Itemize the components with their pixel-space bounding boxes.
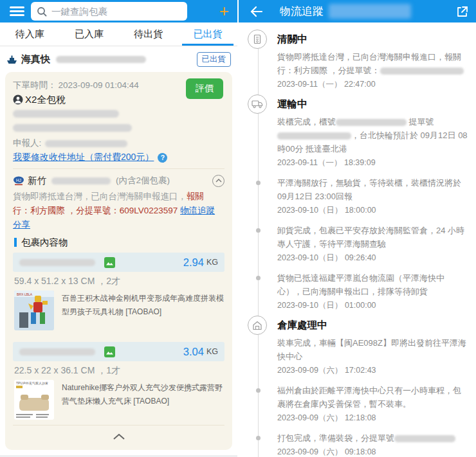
header-bar-icon — [14, 238, 17, 247]
tab-pending-outbound[interactable]: 待出貨 — [119, 22, 178, 46]
redacted-text — [277, 132, 351, 139]
rate-button[interactable]: 評價 — [186, 78, 223, 99]
status-tabs: 待入庫 已入庫 待出貨 已出貨 — [0, 22, 237, 46]
status-badge: 已出貨 — [197, 52, 232, 67]
divider — [13, 168, 224, 169]
svg-text:TPU户外充气双人沙发: TPU户外充气双人沙发 — [16, 381, 48, 386]
status-text-gray: 貨物即將抵達台灣，已向台灣海關申報進口， — [13, 192, 187, 201]
card-wrap: 下單時間：2023-09-09 01:04:44 評價 X2全包稅 申報人: 我… — [0, 72, 237, 457]
change-address-link[interactable]: 我要修改收件地址（需付費200元） — [13, 152, 154, 163]
right-header: 物流追蹤 — [239, 0, 476, 22]
product-title: 百兽王积木战神金刚机甲变形成年高难度拼装模型男孩子玩具礼物 [TAOBAO] — [62, 291, 224, 330]
redacted-text — [380, 67, 464, 75]
tracking-link[interactable]: 物流追蹤 — [180, 206, 215, 215]
order-card: 下單時間：2023-09-09 01:04:44 評價 X2全包稅 申報人: 我… — [5, 72, 232, 450]
customs-icon — [248, 30, 267, 49]
carrier-row[interactable]: 海真快 已出貨 — [0, 46, 237, 72]
redacted-text — [336, 119, 407, 126]
package-list-screen: + 待入庫 已入庫 待出貨 已出貨 海真快 已出貨 下單時間：2023-09-0… — [0, 0, 237, 457]
weight-unit: KG — [206, 258, 218, 267]
package-bar[interactable]: 3.04 KG — [13, 342, 224, 361]
timeline-event: 貨物已抵達福建平潭嵐台物流園（平潭海快中心），已向海關申報出口，排隊等待卸貨20… — [277, 271, 468, 311]
left-header: + — [0, 0, 237, 22]
search-input[interactable] — [51, 6, 181, 17]
tracking-screen: 物流追蹤 清關中貨物即將抵達台灣，已向台灣海關申報進口，報關行：利方國際 ，分提… — [239, 0, 476, 457]
package-weight: 3.04 — [183, 346, 204, 358]
timeline-event: 福州倉由於距離平潭海快中心只有一小時車程，包裹將在倉庫內妥善保管，暫不裝車。20… — [277, 384, 468, 424]
redacted-address-line — [13, 124, 132, 132]
carrier-logo-icon: HJ — [13, 176, 24, 186]
package-dimensions: 59.4 x 51.2 x 13 CM ，2才 — [14, 276, 224, 287]
product-image: BRX·LBLA — [14, 291, 54, 330]
redacted-tracking-number — [19, 348, 95, 355]
contents-header: 包裹內容物 — [14, 237, 224, 248]
timeline-event: 打包完成，準備裝袋，分提單號2023-09-09（六） 09:18:08 — [277, 431, 468, 457]
share-link[interactable]: 分享 — [13, 220, 30, 229]
package-bar[interactable]: 2.94 KG — [13, 253, 224, 272]
menu-icon[interactable] — [10, 6, 24, 16]
timeline-event: 貨物即將抵達台灣，已向台灣海關申報進口，報關行：利方國際 ，分提單號：2023-… — [277, 50, 468, 90]
status-paragraph: 貨物即將抵達台灣，已向台灣海關申報進口，報關行：利方國際 ，分提單號：609LV… — [13, 190, 224, 232]
product-title: Naturehike挪客户外双人充气沙发便携式露营野营气垫床懒人充气床 [TAO… — [62, 380, 224, 420]
redacted-order-number — [56, 56, 146, 63]
station-row: HJ 新竹 (內含2個包裹) — [13, 174, 224, 187]
back-icon[interactable] — [250, 6, 263, 17]
page-title: 物流追蹤 — [280, 4, 324, 19]
event-timestamp: 2023-09-11（一） 22:47:00 — [277, 78, 468, 90]
timeline-dot-icon — [256, 436, 261, 440]
collapse-section-icon[interactable] — [212, 175, 224, 187]
collapse-card-icon[interactable] — [13, 426, 224, 440]
add-package-button[interactable]: + — [219, 3, 229, 19]
tab-pending-inbound[interactable]: 待入庫 — [0, 22, 59, 46]
parcel-count: (內含2個包裹) — [116, 175, 170, 186]
warehouse-icon — [248, 316, 267, 335]
timeline-dot-icon — [256, 276, 261, 280]
carrier-name: 海真快 — [21, 53, 50, 66]
svg-text:BRX·LBLA: BRX·LBLA — [17, 292, 33, 296]
redacted-text — [394, 435, 455, 442]
search-icon — [37, 6, 47, 17]
event-text: 裝車完成，車輛【闽AE098Z】即將出發前往平潭海快中心 — [277, 336, 468, 363]
photo-icon[interactable] — [104, 257, 115, 268]
weight-unit: KG — [206, 347, 218, 356]
search-box[interactable] — [31, 2, 187, 21]
timeline-dot-icon — [256, 228, 261, 233]
redacted-tracking-number — [19, 259, 95, 266]
product-row[interactable]: BRX·LBLA 百兽王积木战神金刚机甲变形成年高难度拼装模型男孩子玩具礼物 [… — [14, 291, 224, 330]
event-timestamp: 2023-09-09（六） 12:18:08 — [277, 412, 468, 424]
event-text: 福州倉由於距離平潭海快中心只有一小時車程，包裹將在倉庫內妥善保管，暫不裝車。 — [277, 384, 468, 411]
tab-outbound[interactable]: 已出貨 — [178, 22, 237, 46]
event-timestamp: 2023-09-10（日） 01:00:00 — [277, 300, 468, 311]
tracking-timeline: 清關中貨物即將抵達台灣，已向台灣海關申報進口，報關行：利方國際 ，分提單號：20… — [239, 22, 476, 457]
event-text: 打包完成，準備裝袋，分提單號 — [277, 431, 468, 445]
truck-icon — [248, 94, 267, 114]
help-icon[interactable]: ? — [158, 153, 167, 163]
event-timestamp: 2023-09-10（日） 09:26:40 — [277, 252, 468, 264]
ship-icon — [6, 55, 17, 64]
package-weight: 2.94 — [183, 256, 204, 269]
redacted-tracking-id — [329, 4, 411, 19]
event-timestamp: 2023-09-10（日） 18:00:00 — [277, 204, 468, 216]
timeline-event: 裝車完成，車輛【闽AE098Z】即將出發前往平潭海快中心2023-09-09（六… — [277, 336, 468, 376]
package-dimensions: 22.5 x 22 x 36.1 CM ，1才 — [14, 365, 224, 376]
declarant-row: 申報人: — [13, 138, 224, 148]
redacted-address-line — [13, 110, 119, 118]
event-timestamp: 2023-09-11（一） 18:39:09 — [277, 157, 468, 168]
timeline-dot-icon — [256, 181, 261, 185]
station-name: 新竹 — [28, 175, 46, 187]
photo-icon[interactable] — [104, 346, 115, 357]
tab-inbound[interactable]: 已入庫 — [59, 22, 118, 46]
product-row[interactable]: TPU户外充气双人沙发 Naturehike挪客户外双人充气沙发便携式露营野营气… — [14, 380, 224, 420]
event-timestamp: 2023-09-09（六） 09:18:08 — [277, 446, 468, 457]
product-image: TPU户外充气双人沙发 — [14, 380, 54, 420]
timeline-status-title: 運輸中 — [277, 98, 468, 111]
svg-text:HJ: HJ — [16, 177, 21, 182]
event-text: 貨物即將抵達台灣，已向台灣海關申報進口，報關行：利方國際 ，分提單號： — [277, 50, 468, 77]
share-icon[interactable] — [455, 5, 468, 18]
event-text: 卸貨完成，包裹已平安存放於海關監管倉，24 小時專人守護，等待平潭海關查驗 — [277, 224, 468, 251]
event-text: 平潭海關放行，無驗貨，等待裝櫃，裝櫃情況將於09月12日 23:00回報 — [277, 176, 468, 203]
timeline-event: 裝櫃完成，櫃號 提單號 ，台北快輪預計於 09月12日 08時00分 抵達臺北港… — [277, 115, 468, 168]
app: + 待入庫 已入庫 待出貨 已出貨 海真快 已出貨 下單時間：2023-09-0… — [0, 0, 476, 457]
timeline-section: 清關中貨物即將抵達台灣，已向台灣海關申報進口，報關行：利方國際 ，分提單號：20… — [277, 33, 468, 90]
person-icon — [13, 94, 23, 105]
